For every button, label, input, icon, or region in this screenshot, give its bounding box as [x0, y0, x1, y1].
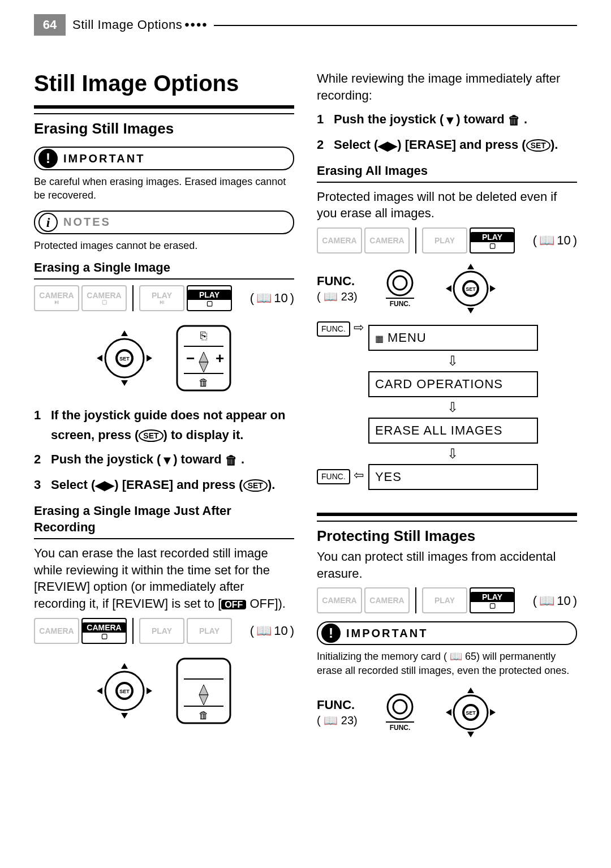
svg-text:−: −: [186, 350, 195, 367]
svg-text:SET: SET: [119, 356, 130, 362]
mode-indicator: CAMERA⏯ CAMERA▢ PLAY⏯ PLAY▢ ( 📖 10): [34, 285, 294, 311]
svg-marker-49: [446, 709, 451, 716]
important-callout: ! IMPORTANT: [34, 147, 294, 170]
svg-text:FUNC.: FUNC.: [389, 300, 410, 308]
exclamation-icon: !: [38, 149, 58, 168]
dots-icon: ••••: [184, 16, 208, 34]
all-text: Protected images will not be deleted eve…: [317, 188, 577, 222]
svg-marker-50: [490, 709, 496, 716]
svg-marker-12: [199, 352, 208, 362]
sub-after-rec: Erasing a Single Image Just After Record…: [34, 502, 294, 536]
book-icon: 📖: [256, 290, 272, 307]
svg-point-29: [388, 270, 412, 295]
func-row-2: FUNC. ( 📖 23) FUNC. SET: [317, 684, 577, 741]
important-text: Be careful when erasing images. Erased i…: [34, 175, 294, 203]
important-callout-2: ! IMPORTANT: [317, 621, 577, 645]
breadcrumb: Still Image Options: [72, 16, 182, 33]
svg-marker-19: [121, 663, 128, 669]
func-button-icon: FUNC.: [375, 263, 425, 314]
joystick-diagram: SET ⎘−+🗑: [34, 321, 294, 395]
svg-text:SET: SET: [466, 286, 476, 292]
notes-label: NOTES: [63, 214, 111, 230]
protect-important-text: Initializing the memory card ( 📖 65) wil…: [317, 650, 577, 677]
svg-text:⎘: ⎘: [200, 329, 207, 342]
after-rec-text: You can erase the last recorded still im…: [34, 545, 294, 612]
svg-text:🗑: 🗑: [199, 710, 209, 721]
svg-marker-22: [147, 687, 152, 694]
svg-point-40: [388, 694, 412, 719]
svg-point-30: [393, 276, 407, 290]
page-number: 64: [34, 14, 66, 36]
guide-icon: ⎘−+🗑: [173, 321, 235, 395]
svg-marker-37: [467, 308, 474, 313]
svg-point-41: [393, 700, 407, 714]
svg-text:🗑: 🗑: [199, 377, 209, 388]
joystick-icon: SET: [442, 260, 499, 317]
svg-marker-21: [97, 687, 102, 694]
mode-indicator-2: CAMERA CAMERA▢ PLAY PLAY ( 📖 10): [34, 618, 294, 644]
svg-marker-38: [446, 285, 451, 292]
mode-indicator-4: CAMERA CAMERA PLAY PLAY▢ ( 📖 10): [317, 587, 577, 613]
steps-list: 1If the joystick guide does not appear o…: [34, 405, 294, 496]
svg-marker-3: [121, 330, 128, 336]
section-erasing: Erasing Still Images: [34, 119, 294, 139]
svg-text:SET: SET: [466, 710, 476, 716]
notes-callout: i NOTES: [34, 210, 294, 234]
set-icon: SET: [139, 429, 163, 442]
joystick-diagram-2: SET 🗑: [34, 654, 294, 728]
book-icon: 📖: [256, 622, 272, 639]
protect-text: You can protect still images from accide…: [317, 548, 577, 582]
section-protect: Protecting Still Images: [317, 526, 577, 546]
svg-marker-36: [467, 264, 474, 269]
svg-marker-4: [121, 380, 128, 386]
joystick-icon: SET: [93, 327, 156, 389]
svg-marker-48: [467, 732, 474, 737]
steps-list-2: 1Push the joystick (▼) toward 🗑 . 2Selec…: [317, 109, 577, 156]
set-icon: SET: [243, 479, 268, 492]
notes-text: Protected images cannot be erased.: [34, 239, 294, 252]
svg-marker-20: [121, 713, 128, 719]
svg-marker-13: [199, 362, 208, 372]
svg-marker-47: [467, 687, 474, 693]
svg-marker-25: [199, 685, 208, 695]
func-row: FUNC. ( 📖 23) FUNC. SET: [317, 260, 577, 317]
svg-marker-6: [147, 355, 152, 362]
page-title: Still Image Options: [34, 68, 294, 98]
svg-marker-26: [199, 695, 208, 705]
mode-indicator-3: CAMERA CAMERA PLAY PLAY▢ ( 📖 10): [317, 227, 577, 253]
svg-marker-39: [490, 285, 496, 292]
exclamation-icon: !: [321, 624, 341, 643]
page-header: 64 Still Image Options ••••: [34, 14, 214, 36]
sub-single: Erasing a Single Image: [34, 259, 294, 276]
intro-text: While reviewing the image immediately af…: [317, 70, 577, 104]
sub-all: Erasing All Images: [317, 162, 577, 179]
svg-text:FUNC.: FUNC.: [389, 724, 410, 732]
svg-text:SET: SET: [119, 689, 130, 694]
important-label: IMPORTANT: [63, 151, 145, 166]
svg-text:+: +: [216, 350, 224, 367]
info-icon: i: [38, 213, 58, 232]
menu-flow: FUNC. ⇨ FUNC. ⇦ ▦MENU ⇩ CARD OPERATIONS …: [317, 319, 538, 496]
svg-marker-5: [97, 355, 102, 362]
